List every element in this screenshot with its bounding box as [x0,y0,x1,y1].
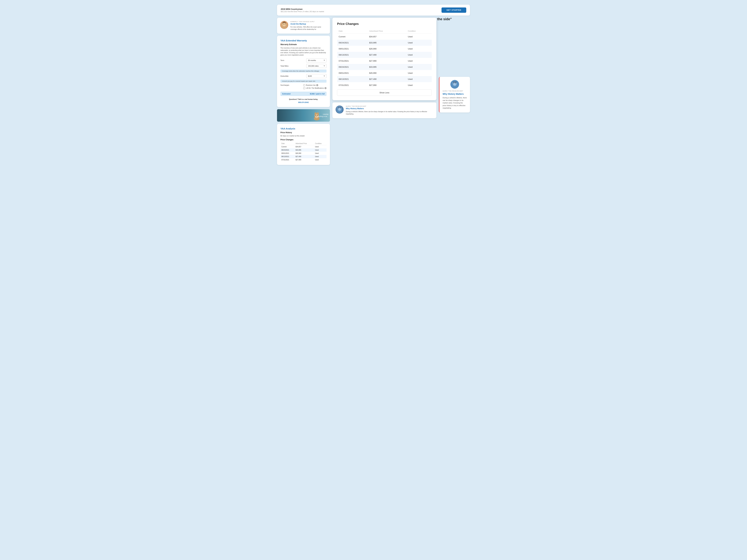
price-val-3: $27,490 [368,52,406,58]
mario-avatar-svg-bottom [336,105,344,113]
car-title: 2019 MINI Countryman [281,8,324,10]
mario-avatar-svg-right [450,80,459,89]
warranty-subtitle: Warranty Estimate [280,44,327,46]
small-price-3: $27,490 [294,155,314,158]
price-date-0: Current [337,34,368,40]
small-condition-4: Used [314,158,327,161]
price-changes-title: Price Changes [337,22,432,26]
show-less-button[interactable]: Show Less [337,89,432,96]
small-price-table: Date Advertised Price Condition Current … [280,142,327,161]
deductible-select[interactable]: $100 $0 $200 [306,74,327,78]
small-table-row: 07/31/2021 $27,990 Used [280,158,327,161]
price-table-row: Current $34,657 Used [337,34,432,40]
price-table-body: Current $34,657 Used09/24/2021 $33,995 U… [337,34,432,88]
small-condition-1: Used [314,149,327,152]
price-cond-3: Used [406,52,432,58]
get-started-button[interactable]: GET STARTED [441,7,466,13]
business-use-row: Business Use i [303,84,327,86]
kimberly-content: KIMBERLY "THE FINANCE GURU" Avoid the Ma… [290,21,327,30]
small-date-1: 09/24/2021 [280,149,294,152]
small-col-price: Advertised Price [294,142,314,145]
col-price: Advertised Price [368,29,406,34]
business-use-info-icon[interactable]: i [316,84,318,86]
estimated-label: Estimated [282,93,290,95]
surcharges-label: Surcharges [280,84,289,86]
small-condition-3: Used [314,155,327,158]
lift-kit-info-icon[interactable]: i [325,87,327,89]
miles-row: Total Miles 150,000 miles 100,000 miles [280,64,327,68]
small-table-row: 09/01/2021 $26,990 Used [280,152,327,155]
small-table-row: 09/24/2021 $33,995 Used [280,149,327,152]
svg-point-10 [316,115,316,116]
mario-content-bottom: MARIO "THE RESEARCHER" Why History Matte… [346,105,433,115]
deductible-hint: Amount you pay for covered repairs per r… [280,80,327,83]
small-table-body: Current $34,657 Used09/24/2021 $33,995 U… [280,145,327,162]
mario-avatar-bottom [336,105,344,113]
kimberly-name: KIMBERLY "THE FINANCE GURU" [290,21,327,22]
phone-link[interactable]: 800.674.5042 [298,101,309,103]
advisor-mario-right-card: MARIO "THE RESEARCHER" Why History Matte… [439,77,470,112]
small-condition-2: Used [314,152,327,155]
svg-rect-19 [340,108,341,109]
price-val-6: $26,990 [368,70,406,76]
mario-name-bottom: MARIO "THE RESEARCHER" [346,105,433,107]
contact-box: Questions? Talk to a real human being. 8… [280,98,327,104]
small-date-2: 09/01/2021 [280,152,294,155]
price-cond-6: Used [406,70,432,76]
lift-kit-row: Lift Kit / Tire Modifications i [303,87,327,89]
kimberly-title: Avoid the Markup [290,23,327,25]
col-date: Date [337,29,368,34]
price-val-7: $27,490 [368,76,406,82]
term-select[interactable]: 36 months 24 months 48 months [306,58,327,62]
price-history-title: Price History [280,131,327,134]
price-val-2: $26,990 [368,46,406,52]
lift-kit-checkbox[interactable] [303,87,305,89]
mario-body-right: During a vehicle's lifetime, there can b… [443,97,467,109]
price-date-6: 09/01/2021 [337,70,368,76]
kimberly-avatar-svg [280,21,288,29]
business-use-checkbox[interactable] [303,84,305,86]
price-cond-2: Used [406,46,432,52]
analysis-card: YAA Analysis Price History 82 days on ma… [277,124,330,165]
surcharges-row: Surcharges Business Use i L [280,84,327,90]
small-table-row: Current $34,657 Used [280,145,327,149]
small-date-3: 08/13/2021 [280,155,294,158]
main-layout: KIMBERLY "THE FINANCE GURU" Avoid the Ma… [277,18,470,165]
price-date-8: 07/31/2021 [337,82,368,88]
banner-text: Leasing anything in be... [317,113,328,117]
contact-text: Questions? Talk to a real human being. [280,98,327,101]
right-column: MARIO "THE RESEARCHER" Why History Matte… [439,18,470,165]
left-column: KIMBERLY "THE FINANCE GURU" Avoid the Ma… [277,18,330,165]
mario-body-bottom: During a vehicle's lifetime, there can b… [346,110,433,115]
business-use-label: Business Use i [306,84,318,86]
price-date-4: 07/31/2021 [337,58,368,64]
term-label: Term [280,59,284,61]
warranty-card: YAA Extended Warranty Warranty Estimate … [277,36,330,107]
price-date-7: 08/13/2021 [337,76,368,82]
col-condition: Condition [406,29,432,34]
price-table-row: 07/31/2021 $27,990 Used [337,58,432,64]
mario-title-right: Why History Matters [443,93,467,95]
price-changes-panel: Price Changes Date Advertised Price Cond… [332,18,436,100]
miles-label: Total Miles [280,65,288,67]
svg-point-4 [285,24,285,25]
middle-column: Price Changes Date Advertised Price Cond… [332,18,436,165]
price-table-row: 08/13/2021 $27,490 Used [337,76,432,82]
small-date-0: Current [280,145,294,149]
car-sub: $32,102 Out-the-Door Price | 0 miles | 8… [281,10,324,12]
top-card-info: 2019 MINI Countryman $32,102 Out-the-Doo… [281,8,324,12]
price-cond-5: Used [406,64,432,70]
price-val-0: $34,657 [368,34,406,40]
mario-avatar-right [450,80,459,89]
miles-select[interactable]: 150,000 miles 100,000 miles [306,64,327,68]
svg-rect-23 [453,82,457,82]
advisor-mario-bottom-card: MARIO "THE RESEARCHER" Why History Matte… [332,102,436,118]
price-cond-7: Used [406,76,432,82]
price-cond-1: Used [406,40,432,46]
kimberly-body: For new vehicles, YAA offers the exact s… [290,26,327,30]
small-table-row: 08/13/2021 $27,490 Used [280,155,327,158]
price-table-row: 07/31/2021 $27,990 Used [337,82,432,88]
small-date-4: 07/31/2021 [280,158,294,161]
small-col-date: Date [280,142,294,145]
price-changes-title-small: Price Changes [280,139,327,141]
